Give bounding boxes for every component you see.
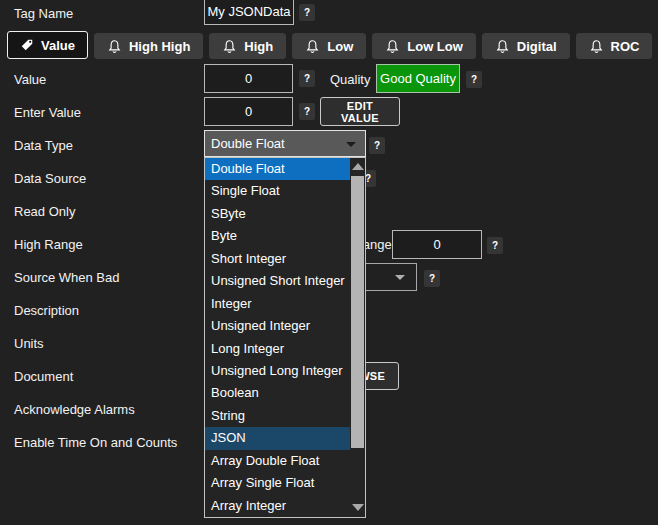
tag-configuration-window: Tag Name My JSONData ? ValueHigh HighHig… — [0, 0, 658, 525]
tab-bar: ValueHigh HighHighLowLow LowDigitalROCTa… — [7, 31, 655, 59]
tag-name-input[interactable]: My JSONData — [204, 0, 294, 25]
row-label-enter-value: Enter Value — [14, 105, 81, 120]
dropdown-item-byte[interactable]: Byte — [205, 225, 350, 247]
dropdown-item-unsigned-long-integer[interactable]: Unsigned Long Integer — [205, 360, 350, 382]
scroll-up-arrow-icon[interactable] — [350, 158, 365, 174]
row-label-acknowledge-alarms: Acknowledge Alarms — [14, 402, 135, 417]
tab-label: High — [244, 39, 273, 54]
tab-low-low[interactable]: Low Low — [372, 33, 476, 59]
bell-icon — [495, 39, 510, 54]
dropdown-item-short-integer[interactable]: Short Integer — [205, 248, 350, 270]
low-range-input[interactable]: 0 — [392, 230, 482, 259]
row-label-description: Description — [14, 303, 79, 318]
dropdown-item-double-float[interactable]: Double Float — [205, 158, 350, 180]
scroll-down-arrow-icon[interactable] — [350, 499, 365, 515]
tab-high-high[interactable]: High High — [94, 33, 203, 59]
dropdown-scrollbar[interactable] — [350, 158, 365, 517]
row-label-data-source: Data Source — [14, 171, 86, 186]
tag-name-label: Tag Name — [14, 6, 73, 21]
row-label-value: Value — [14, 72, 46, 87]
tab-low[interactable]: Low — [292, 33, 366, 59]
dropdown-item-integer[interactable]: Integer — [205, 293, 350, 315]
tag-name-help-button[interactable]: ? — [299, 4, 315, 21]
row-label-high-range: High Range — [14, 237, 83, 252]
tab-label: Low — [327, 39, 353, 54]
chevron-down-icon — [395, 275, 405, 280]
data-type-selected-value: Double Float — [211, 136, 285, 151]
dropdown-items: Double FloatSingle FloatSByteByteShort I… — [205, 158, 350, 517]
row-label-enable-time-on-and-counts: Enable Time On and Counts — [14, 435, 177, 450]
data-type-combobox[interactable]: Double Float — [204, 130, 366, 157]
dropdown-item-unsigned-integer[interactable]: Unsigned Integer — [205, 315, 350, 337]
bell-icon — [589, 39, 604, 54]
bell-icon — [385, 39, 400, 54]
data-type-help-button[interactable]: ? — [369, 137, 385, 154]
dropdown-item-boolean[interactable]: Boolean — [205, 382, 350, 404]
edit-value-button[interactable]: EDIT VALUE — [320, 97, 400, 126]
tag-icon — [20, 38, 34, 52]
bell-icon — [222, 39, 237, 54]
tab-label: High High — [129, 39, 190, 54]
row-label-document: Document — [14, 369, 73, 384]
source-when-bad-help-button[interactable]: ? — [424, 270, 440, 287]
row-label-data-type: Data Type — [14, 138, 73, 153]
data-type-dropdown-list: Double FloatSingle FloatSByteByteShort I… — [204, 157, 366, 518]
quality-help-button[interactable]: ? — [466, 71, 482, 88]
tab-digital[interactable]: Digital — [482, 33, 570, 59]
dropdown-item-array-integer[interactable]: Array Integer — [205, 495, 350, 517]
quality-label: Quality — [330, 72, 370, 87]
bell-icon — [107, 39, 122, 54]
row-label-source-when-bad: Source When Bad — [14, 270, 120, 285]
tab-label: Low Low — [407, 39, 463, 54]
enter-value-help-button[interactable]: ? — [299, 103, 315, 120]
dropdown-item-sbyte[interactable]: SByte — [205, 203, 350, 225]
tab-high[interactable]: High — [209, 33, 286, 59]
bell-icon — [305, 39, 320, 54]
tab-roc[interactable]: ROC — [576, 33, 653, 59]
tab-label: Value — [41, 38, 75, 53]
value-input[interactable]: 0 — [204, 64, 293, 93]
dropdown-item-single-float[interactable]: Single Float — [205, 180, 350, 202]
low-range-help-button[interactable]: ? — [487, 237, 503, 254]
dropdown-item-array-single-float[interactable]: Array Single Float — [205, 472, 350, 494]
dropdown-item-array-double-float[interactable]: Array Double Float — [205, 450, 350, 472]
dropdown-item-string[interactable]: String — [205, 405, 350, 427]
chevron-down-icon — [346, 142, 356, 147]
row-label-units: Units — [14, 336, 44, 351]
tab-label: Digital — [517, 39, 557, 54]
scrollbar-thumb[interactable] — [351, 176, 364, 448]
dropdown-item-json[interactable]: JSON — [205, 427, 350, 449]
quality-status-badge: Good Quality — [376, 64, 460, 93]
row-label-read-only: Read Only — [14, 204, 75, 219]
enter-value-input[interactable]: 0 — [204, 97, 293, 126]
tab-label: ROC — [611, 39, 640, 54]
dropdown-item-unsigned-short-integer[interactable]: Unsigned Short Integer — [205, 270, 350, 292]
value-help-button[interactable]: ? — [299, 70, 315, 87]
tab-value[interactable]: Value — [7, 31, 88, 59]
dropdown-item-long-integer[interactable]: Long Integer — [205, 338, 350, 360]
